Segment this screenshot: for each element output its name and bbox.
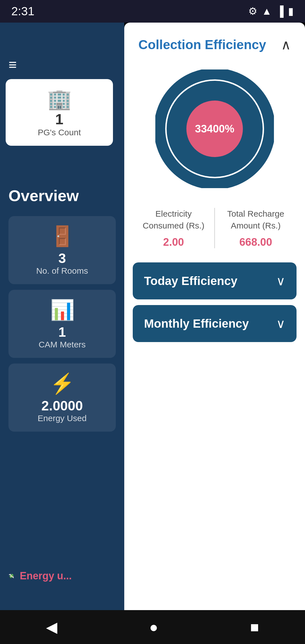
recharge-stat: Total Recharge Amount (Rs.) 668.00 — [215, 208, 297, 248]
chart-container: 33400% — [124, 61, 305, 194]
collapse-icon[interactable]: ∧ — [281, 37, 291, 53]
bottom-nav: ◀ ● ■ — [0, 610, 305, 644]
energy-number: 2.0000 — [42, 398, 83, 414]
rooms-card: 🚪 3 No. of Rooms — [8, 216, 116, 284]
overview-section: Overview 🚪 3 No. of Rooms 📊 1 CAM Meters… — [0, 181, 124, 437]
electricity-label: Electricity Consumed (Rs.) — [138, 208, 209, 232]
signal-icon: ▐ — [276, 5, 284, 17]
recharge-label: Total Recharge Amount (Rs.) — [221, 208, 291, 232]
rooms-number: 3 — [58, 251, 66, 266]
monthly-efficiency-button[interactable]: Monthly Efficiency ∨ — [133, 305, 297, 342]
energy-section-label: Energy u... — [20, 570, 72, 582]
energy-section-icon: 💸 — [8, 573, 14, 579]
today-efficiency-button[interactable]: Today Efficiency ∨ — [133, 262, 297, 299]
chart-center-value: 33400% — [186, 101, 243, 157]
cam-number: 1 — [58, 324, 66, 340]
settings-icon: ⚙ — [248, 5, 257, 17]
overview-title: Overview — [0, 181, 124, 210]
energy-icon: ⚡ — [50, 372, 75, 395]
status-icons: ⚙ ▲ ▐ ▮ — [248, 5, 294, 17]
battery-icon: ▮ — [288, 5, 294, 17]
recharge-value: 668.00 — [221, 236, 291, 248]
stats-row: Electricity Consumed (Rs.) 2.00 Total Re… — [124, 199, 305, 257]
monthly-efficiency-label: Monthly Efficiency — [144, 317, 249, 330]
home-button[interactable]: ● — [149, 619, 158, 636]
monthly-efficiency-chevron: ∨ — [276, 316, 285, 331]
rooms-label: No. of Rooms — [36, 266, 88, 276]
hamburger-icon[interactable]: ≡ — [8, 56, 17, 73]
energy-label: Energy Used — [38, 414, 86, 423]
pg-count-icon: 🏢 — [47, 88, 72, 111]
pg-count-card: 🏢 1 PG's Count — [6, 79, 113, 146]
collection-efficiency-title: Collection Efficiency — [138, 37, 266, 52]
pg-count-number: 1 — [55, 111, 64, 128]
cam-meters-card: 📊 1 CAM Meters — [8, 290, 116, 358]
left-panel: ≡ 🏢 1 PG's Count Overview 🚪 3 No. of Roo… — [0, 23, 124, 644]
rooms-icon: 🚪 — [50, 225, 75, 248]
energy-section: 💸 Energy u... — [0, 564, 124, 588]
cam-label: CAM Meters — [39, 340, 86, 349]
status-bar: 2:31 ⚙ ▲ ▐ ▮ — [0, 0, 305, 23]
main-panel: Collection Efficiency ∧ 33400% Electrici… — [124, 23, 305, 644]
electricity-stat: Electricity Consumed (Rs.) 2.00 — [133, 208, 214, 248]
energy-used-card: ⚡ 2.0000 Energy Used — [8, 364, 116, 432]
today-efficiency-chevron: ∨ — [276, 274, 285, 288]
collection-efficiency-header: Collection Efficiency ∧ — [124, 23, 305, 61]
electricity-value: 2.00 — [138, 236, 209, 248]
today-efficiency-label: Today Efficiency — [144, 274, 238, 288]
recent-button[interactable]: ■ — [250, 619, 259, 636]
back-button[interactable]: ◀ — [46, 619, 57, 636]
donut-chart: 33400% — [155, 69, 274, 188]
wifi-icon: ▲ — [262, 5, 272, 17]
cam-icon: 📊 — [50, 298, 75, 321]
pg-count-label: PG's Count — [38, 128, 81, 137]
status-time: 2:31 — [11, 5, 34, 18]
